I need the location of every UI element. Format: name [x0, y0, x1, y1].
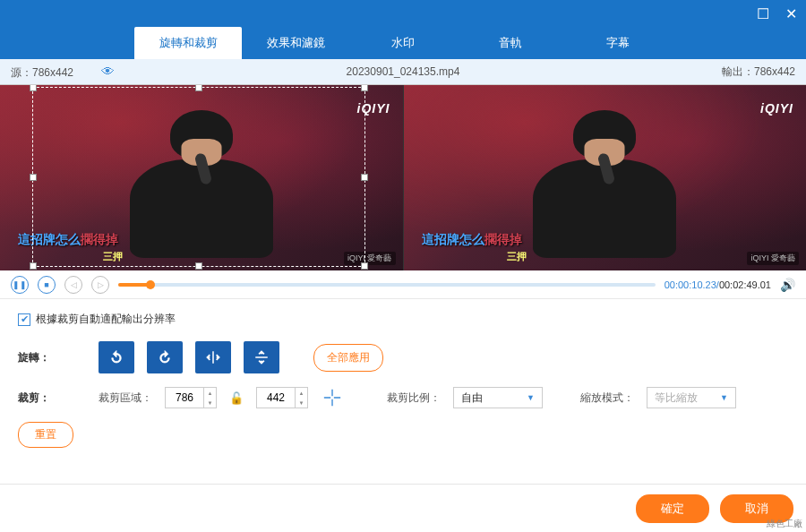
- maximize-button[interactable]: ☐: [757, 5, 769, 22]
- center-crop-icon[interactable]: [321, 386, 344, 409]
- time-display: 00:00:10.23/00:02:49.01: [665, 279, 771, 290]
- zoom-mode-select[interactable]: 等比縮放▼: [647, 387, 736, 408]
- reset-button[interactable]: 重置: [18, 422, 73, 448]
- crop-label: 裁剪：: [18, 390, 86, 406]
- zoom-mode-label: 縮放模式：: [580, 390, 634, 406]
- close-button[interactable]: ✕: [785, 5, 797, 22]
- crop-frame[interactable]: [32, 87, 365, 267]
- crop-handle-tl[interactable]: [30, 85, 37, 91]
- video-logo: iQIYI: [760, 101, 793, 116]
- source-preview[interactable]: iQIYI 這招牌怎么擱得掉 三押 iQIYI 愛奇藝: [0, 85, 403, 270]
- tab-rotate-crop[interactable]: 旋轉和裁剪: [134, 27, 242, 59]
- tab-watermark[interactable]: 水印: [349, 27, 457, 59]
- crop-handle-bl[interactable]: [30, 262, 37, 270]
- progress-thumb[interactable]: [146, 280, 155, 289]
- chevron-down-icon: ▼: [527, 393, 535, 402]
- crop-handle-tr[interactable]: [361, 85, 368, 91]
- rotate-left-button[interactable]: [99, 341, 134, 373]
- progress-bar[interactable]: [118, 283, 656, 287]
- stop-button[interactable]: ■: [38, 276, 56, 294]
- height-up[interactable]: ▲: [296, 388, 307, 398]
- crop-handle-br[interactable]: [361, 262, 368, 270]
- auto-fit-label: 根據裁剪自動適配輸出分辨率: [36, 312, 176, 327]
- auto-fit-checkbox[interactable]: ✔: [18, 313, 30, 326]
- corner-watermark: 綠色工廠: [767, 518, 802, 530]
- prev-frame-button[interactable]: ◁: [64, 276, 82, 294]
- width-down[interactable]: ▼: [204, 398, 216, 408]
- flip-horizontal-button[interactable]: [195, 341, 231, 373]
- crop-handle-ml[interactable]: [30, 174, 37, 181]
- crop-width-field[interactable]: [166, 391, 203, 404]
- crop-handle-bm[interactable]: [195, 262, 202, 270]
- rotate-label: 旋轉：: [18, 350, 86, 365]
- output-preview: iQIYI 這招牌怎么擱得掉 三押 iQIYI 愛奇藝: [404, 85, 807, 270]
- video-watermark: iQIYI 愛奇藝: [747, 252, 799, 265]
- rotate-right-button[interactable]: [147, 341, 183, 373]
- preview-eye-icon[interactable]: 👁: [101, 64, 115, 79]
- crop-height-field[interactable]: [257, 391, 295, 404]
- crop-height-input[interactable]: ▲▼: [256, 387, 308, 408]
- height-down[interactable]: ▼: [296, 398, 307, 408]
- video-sub2: 三押: [507, 250, 527, 263]
- width-up[interactable]: ▲: [204, 388, 216, 398]
- crop-ratio-label: 裁剪比例：: [387, 390, 441, 406]
- output-resolution: 輸出：786x442: [661, 64, 795, 80]
- crop-area-label: 裁剪區域：: [99, 390, 152, 406]
- video-subtitle: 這招牌怎么擱得掉: [422, 232, 522, 248]
- apply-all-button[interactable]: 全部應用: [313, 344, 383, 372]
- crop-ratio-select[interactable]: 自由▼: [453, 387, 543, 408]
- ok-button[interactable]: 確定: [636, 494, 709, 523]
- crop-width-input[interactable]: ▲▼: [165, 387, 217, 408]
- volume-icon[interactable]: 🔊: [780, 278, 795, 292]
- filename-label: 20230901_024135.mp4: [145, 65, 661, 78]
- tab-audio[interactable]: 音軌: [457, 27, 564, 59]
- next-frame-button[interactable]: ▷: [91, 276, 109, 294]
- tab-subtitle[interactable]: 字幕: [564, 27, 672, 59]
- lock-ratio-icon[interactable]: 🔓: [229, 391, 244, 405]
- tab-effects[interactable]: 效果和濾鏡: [242, 27, 349, 59]
- crop-handle-mr[interactable]: [361, 174, 368, 181]
- pause-button[interactable]: ❚❚: [11, 276, 29, 294]
- source-resolution: 源：786x442: [11, 66, 73, 79]
- flip-vertical-button[interactable]: [244, 341, 279, 373]
- chevron-down-icon: ▼: [720, 393, 728, 402]
- crop-handle-tm[interactable]: [195, 85, 202, 91]
